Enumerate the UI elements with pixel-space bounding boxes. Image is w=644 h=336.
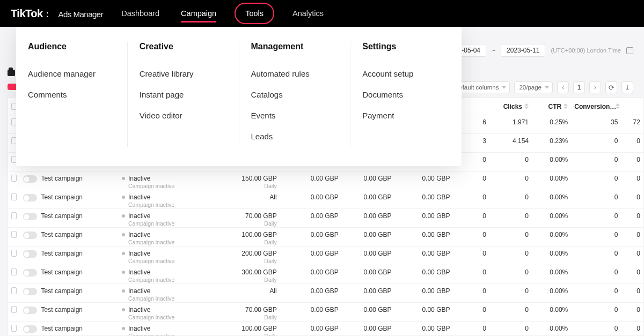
tools-megamenu: Audience Audience manager Comments Creat… [16, 27, 462, 166]
cell-conversions: 0 [571, 306, 621, 313]
cell-conversions: 0 [571, 193, 621, 201]
table-row[interactable]: Test campaignInactiveCampaign inactiveAl… [8, 284, 643, 303]
row-toggle[interactable] [23, 325, 37, 333]
row-checkbox[interactable] [11, 325, 17, 332]
cell-status: Inactive [128, 287, 150, 295]
perpage-select[interactable]: 20/page [514, 81, 553, 93]
cell-clicks: 0 [489, 193, 532, 201]
table-row[interactable]: Test campaignInactiveCampaign inactive70… [8, 303, 643, 322]
cell-substatus: Campaign inactive [122, 182, 222, 190]
col-ctr[interactable]: CTR [548, 103, 562, 110]
folder-icon[interactable] [8, 70, 15, 76]
mega-item-video-editor[interactable]: Video editor [140, 105, 227, 126]
nav-analytics[interactable]: Analytics [289, 2, 327, 25]
cell-cutoff: 0 [621, 156, 643, 163]
refresh-icon[interactable] [605, 81, 617, 93]
table-row[interactable]: Test campaignInactiveCampaign inactiveAl… [8, 190, 643, 209]
row-checkbox[interactable] [11, 250, 17, 257]
table-row[interactable]: Test campaignInactiveCampaign inactive30… [8, 265, 643, 284]
cell-conversions: 0 [571, 175, 621, 182]
mega-item-audience-manager[interactable]: Audience manager [28, 63, 115, 84]
cell-impressions-cut: 0 [453, 268, 489, 276]
mega-item-leads[interactable]: Leads [251, 126, 339, 147]
cell-cost2: 0.00 GBP [342, 268, 395, 276]
nav-tools[interactable]: Tools [235, 3, 274, 24]
cell-cost1: 0.00 GBP [289, 325, 342, 332]
col-clicks[interactable]: Clicks [503, 103, 522, 110]
cell-status: Inactive [128, 193, 150, 201]
calendar-icon[interactable] [626, 47, 633, 54]
cell-ctr: 0.00% [532, 268, 571, 276]
mega-item-comments[interactable]: Comments [28, 84, 115, 105]
cell-cost1: 0.00 GBP [289, 250, 342, 257]
cell-budget: 150.00 GBP [241, 175, 276, 182]
mega-item-automated-rules[interactable]: Automated rules [251, 63, 339, 84]
row-toggle[interactable] [23, 269, 37, 277]
cell-cost1: 0.00 GBP [289, 212, 342, 220]
page-number[interactable]: 1 [573, 81, 585, 93]
mega-item-payment[interactable]: Payment [362, 105, 450, 126]
row-toggle[interactable] [23, 194, 37, 201]
nav-campaign[interactable]: Campaign [178, 2, 219, 25]
row-toggle[interactable] [23, 175, 37, 183]
mega-item-documents[interactable]: Documents [362, 84, 450, 105]
sort-icon[interactable] [564, 103, 568, 109]
row-checkbox[interactable] [11, 306, 17, 313]
row-toggle[interactable] [23, 213, 37, 220]
date-to-input[interactable]: 2023-05-11 [501, 44, 545, 57]
cell-cost1: 0.00 GBP [289, 306, 342, 313]
table-row[interactable]: Test campaignInactiveCampaign inactive70… [8, 209, 643, 228]
cell-cutoff: 0 [621, 268, 643, 276]
row-toggle[interactable] [23, 232, 37, 239]
cell-status: Inactive [128, 212, 150, 220]
table-row[interactable]: Test campaignInactiveCampaign inactive10… [8, 322, 643, 336]
row-checkbox[interactable] [11, 175, 17, 182]
cell-conversions: 35 [571, 118, 621, 126]
cell-ctr: 0.25% [532, 118, 571, 126]
row-checkbox[interactable] [11, 268, 17, 275]
cell-substatus: Campaign inactive [122, 201, 222, 208]
brand: TikTok : Ads Manager [11, 8, 103, 20]
cell-cutoff: 0 [621, 193, 643, 201]
mega-col-settings: Settings Account setup Documents Payment [350, 42, 462, 147]
cell-clicks: 0 [489, 250, 532, 257]
cell-impressions-cut: 0 [453, 306, 489, 313]
row-toggle[interactable] [23, 288, 37, 295]
mega-item-instant-page[interactable]: Instant page [140, 84, 227, 105]
row-checkbox[interactable] [11, 193, 17, 200]
table-row[interactable]: Test campaignInactiveCampaign inactive20… [8, 247, 643, 265]
table-row[interactable]: Test campaignInactiveCampaign inactive10… [8, 228, 643, 247]
sort-icon[interactable] [524, 103, 529, 109]
table-row[interactable]: Test campaignInactiveCampaign inactive15… [8, 171, 643, 190]
cell-substatus: Campaign inactive [122, 220, 222, 227]
cell-cost3: 0.00 GBP [395, 231, 453, 238]
cell-budget: 200.00 GBP [241, 250, 276, 257]
nav-dashboard[interactable]: Dashboard [118, 2, 163, 25]
cell-name: Test campaign [38, 212, 119, 220]
mega-item-creative-library[interactable]: Creative library [140, 63, 227, 84]
row-toggle[interactable] [23, 250, 37, 258]
cell-name: Test campaign [38, 325, 119, 332]
cell-name: Test campaign [38, 193, 119, 201]
page-prev-button[interactable]: ‹ [557, 81, 569, 93]
cell-cutoff: 0 [621, 137, 643, 145]
cell-budget-period: Daily [264, 313, 276, 321]
row-toggle[interactable] [23, 307, 37, 314]
row-checkbox[interactable] [11, 231, 17, 238]
cell-cost3: 0.00 GBP [395, 325, 453, 332]
mega-item-account-setup[interactable]: Account setup [362, 63, 450, 84]
col-conversions[interactable]: Conversions [574, 103, 616, 110]
mega-item-catalogs[interactable]: Catalogs [251, 84, 339, 105]
cell-cost3: 0.00 GBP [395, 306, 453, 313]
cell-cutoff: 0 [621, 325, 643, 332]
mega-item-events[interactable]: Events [251, 105, 339, 126]
row-checkbox[interactable] [11, 212, 17, 219]
page-next-button[interactable]: › [589, 81, 601, 93]
cell-substatus: Campaign inactive [122, 332, 222, 336]
download-icon[interactable] [621, 81, 633, 93]
cell-cost2: 0.00 GBP [342, 250, 395, 257]
cell-budget: 100.00 GBP [241, 325, 276, 332]
cell-impressions-cut: 0 [453, 193, 489, 201]
row-checkbox[interactable] [11, 287, 17, 294]
cell-name: Test campaign [38, 231, 119, 238]
